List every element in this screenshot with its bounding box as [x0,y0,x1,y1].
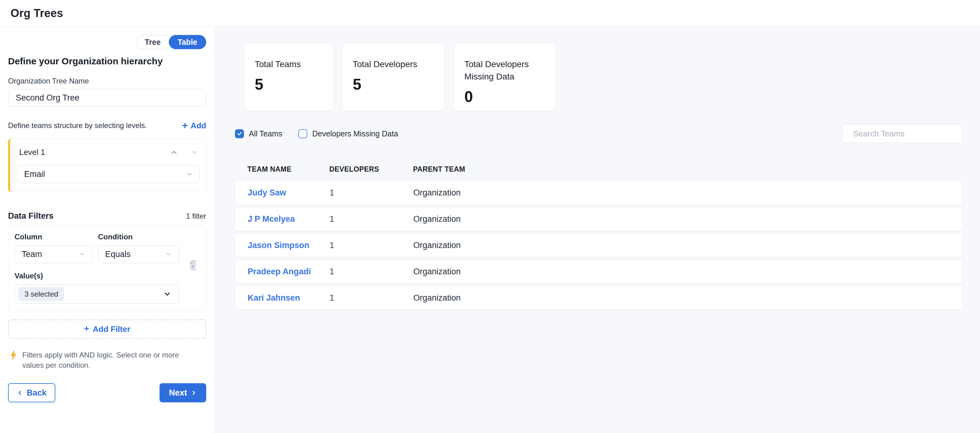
move-level-up-button[interactable] [170,148,178,156]
parent-team: Organization [413,214,950,224]
developers-count: 1 [329,214,413,224]
selected-count-chip: 3 selected [19,287,64,301]
teams-table-body: Judy Saw 1 Organization J P Mcelyea 1 Or… [235,181,963,310]
table-row: Pradeep Angadi 1 Organization [235,260,963,283]
column-label: Column [14,232,92,241]
column-header-team-name: TEAM NAME [247,165,329,174]
developers-count: 1 [329,240,413,250]
table-header: TEAM NAME DEVELOPERS PARENT TEAM [235,165,963,174]
search-teams-input[interactable] [853,129,957,138]
chevron-down-icon [163,290,171,298]
table-row: Kari Jahnsen 1 Organization [235,286,963,310]
developers-missing-data-label: Developers Missing Data [312,129,398,138]
chevron-up-icon [170,148,178,156]
filter-condition-select[interactable]: Equals [98,245,179,263]
search-teams-box [842,124,963,143]
main-content: Total Teams 5 Total Developers 5 Total D… [215,27,980,433]
column-header-parent-team: PARENT TEAM [413,165,950,174]
parent-team: Organization [413,267,950,277]
table-row: J P Mcelyea 1 Organization [235,207,963,231]
trash-icon [187,259,199,271]
chevron-down-icon [79,251,85,257]
stat-card-developers-missing-data: Total Developers Missing Data 0 [453,44,555,111]
chevron-right-icon [191,390,197,396]
data-filters-heading: Data Filters [8,211,54,221]
stat-card-total-developers: Total Developers 5 [342,44,445,111]
back-button[interactable]: Back [8,383,55,403]
developers-missing-data-checkbox-group[interactable]: Developers Missing Data [298,129,398,138]
chevron-down-icon [186,171,192,178]
config-sidebar: Tree Table Define your Organization hier… [0,27,215,433]
filter-card: Column Team Condition Equals [8,225,206,312]
developers-count: 1 [329,267,413,277]
parent-team: Organization [413,240,950,250]
values-label: Value(s) [14,272,200,280]
stat-value: 5 [255,75,323,93]
chevron-down-icon [165,251,172,257]
check-icon [237,131,242,136]
top-bar: Org Trees [0,0,980,27]
view-toggle: Tree Table [136,35,206,49]
team-link[interactable]: Kari Jahnsen [248,293,300,302]
chevron-down-icon [191,148,199,156]
chevron-left-icon [17,390,23,396]
all-teams-checkbox-group[interactable]: All Teams [235,129,282,138]
stat-value: 5 [353,75,434,93]
plus-icon: + [182,120,188,130]
filter-count: 1 filter [186,212,206,221]
column-header-developers: DEVELOPERS [329,165,413,174]
toggle-tree-button[interactable]: Tree [136,35,169,49]
stat-value: 0 [465,88,545,106]
levels-instruction: Define teams structure by selecting leve… [8,121,147,130]
team-link[interactable]: J P Mcelyea [248,214,295,224]
condition-label: Condition [98,232,179,241]
delete-filter-button[interactable] [187,259,199,271]
add-level-button[interactable]: + Add [182,121,206,131]
stat-card-total-teams: Total Teams 5 [244,44,334,111]
tree-name-input[interactable]: Second Org Tree [8,89,206,107]
page-title: Org Trees [11,7,63,20]
team-link[interactable]: Jason Simpson [248,240,309,250]
level-name: Level 1 [19,148,45,157]
team-link[interactable]: Pradeep Angadi [248,267,311,276]
add-filter-button[interactable]: + Add Filter [8,320,206,339]
checkbox-checked-icon[interactable] [235,129,244,138]
lightning-bolt-icon [9,350,18,360]
org-trees-app: Org Trees Tree Table Define your Organiz… [0,0,980,433]
parent-team: Organization [413,293,950,303]
stats-row: Total Teams 5 Total Developers 5 Total D… [244,44,963,111]
table-row: Judy Saw 1 Organization [235,181,963,204]
developers-count: 1 [329,293,413,303]
team-link[interactable]: Judy Saw [248,188,286,197]
toggle-table-button[interactable]: Table [169,35,206,49]
next-button[interactable]: Next [159,383,206,403]
level-field-select[interactable]: Email [17,165,200,183]
parent-team: Organization [413,188,950,197]
move-level-down-button[interactable] [191,148,199,156]
tree-name-label: Organization Tree Name [8,77,206,85]
filters-note: Filters apply with AND logic. Select one… [8,350,206,370]
filter-column-select[interactable]: Team [14,245,92,263]
filter-values-select[interactable]: 3 selected [14,285,178,304]
tree-name-value: Second Org Tree [16,93,80,103]
table-row: Jason Simpson 1 Organization [235,234,963,257]
all-teams-label: All Teams [249,129,282,138]
sidebar-heading: Define your Organization hierarchy [8,56,206,67]
level-card: Level 1 Email [8,138,206,192]
checkbox-unchecked-icon[interactable] [298,129,307,138]
plus-icon: + [84,325,89,333]
developers-count: 1 [329,188,413,197]
